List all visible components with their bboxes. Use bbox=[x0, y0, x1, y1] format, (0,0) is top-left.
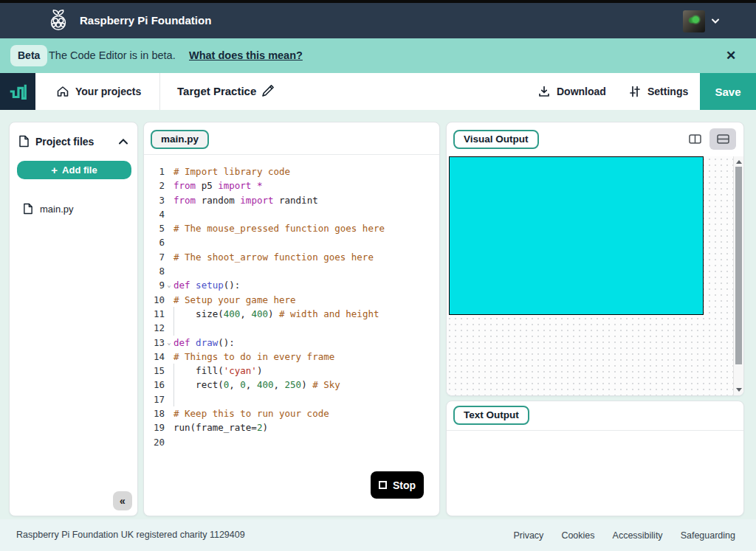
code-line[interactable]: 16 rect(0, 0, 400, 250) # Sky bbox=[144, 378, 439, 392]
brand-title: Raspberry Pi Foundation bbox=[80, 3, 211, 38]
scroll-up-icon[interactable] bbox=[736, 160, 742, 164]
file-item-main-py[interactable]: main.py bbox=[10, 200, 137, 218]
layout-toggle-group bbox=[681, 128, 736, 150]
code-line[interactable]: 12 bbox=[144, 321, 439, 335]
code-text: # Import library code bbox=[173, 164, 439, 179]
user-avatar[interactable] bbox=[683, 10, 705, 32]
code-editor-logo[interactable] bbox=[0, 73, 35, 110]
footer-link-cookies[interactable]: Cookies bbox=[561, 530, 594, 541]
stop-button[interactable]: Stop bbox=[371, 471, 424, 499]
fold-gutter bbox=[165, 179, 173, 193]
beta-banner: Beta The Code Editor is in beta. What do… bbox=[0, 38, 756, 73]
scrollbar-thumb[interactable] bbox=[735, 167, 742, 364]
code-line[interactable]: 1# Import library code bbox=[144, 164, 439, 179]
code-area[interactable]: 1# Import library code2from p5 import *3… bbox=[144, 155, 439, 449]
code-text: # The mouse_pressed function goes here bbox=[173, 221, 439, 235]
tab-text-output[interactable]: Text Output bbox=[453, 406, 529, 425]
code-text: from random import randint bbox=[173, 193, 439, 207]
line-number: 4 bbox=[144, 207, 165, 221]
text-output-panel: Text Output bbox=[446, 401, 744, 516]
code-text: from p5 import * bbox=[173, 179, 439, 193]
project-files-label: Project files bbox=[35, 136, 112, 148]
code-line[interactable]: 10# Setup your game here bbox=[144, 293, 439, 307]
visual-output-scrollbar[interactable] bbox=[733, 156, 743, 395]
fold-gutter bbox=[165, 406, 173, 420]
code-text: # Things to do in every frame bbox=[173, 350, 439, 364]
add-file-button[interactable]: + Add file bbox=[17, 161, 131, 179]
add-file-label: Add file bbox=[62, 164, 97, 176]
footer-link-safeguarding[interactable]: Safeguarding bbox=[681, 530, 735, 541]
fold-gutter bbox=[165, 264, 173, 278]
fold-gutter bbox=[165, 378, 173, 392]
footer-link-accessibility[interactable]: Accessibility bbox=[613, 530, 663, 541]
code-text bbox=[173, 235, 439, 249]
split-rows-toggle[interactable] bbox=[709, 128, 736, 150]
collapse-sidebar-button[interactable]: « bbox=[113, 491, 132, 510]
fold-gutter bbox=[165, 307, 173, 321]
line-number: 14 bbox=[144, 350, 165, 364]
your-projects-button[interactable]: Your projects bbox=[56, 73, 141, 110]
code-line[interactable]: 9⌄def setup(): bbox=[144, 278, 439, 292]
line-number: 19 bbox=[144, 420, 165, 434]
beta-info-link[interactable]: What does this mean? bbox=[189, 38, 303, 73]
code-line[interactable]: 3from random import randint bbox=[144, 193, 439, 207]
code-line[interactable]: 17 bbox=[144, 392, 439, 406]
fold-gutter bbox=[165, 321, 173, 335]
line-number: 15 bbox=[144, 364, 165, 378]
account-chevron-down-icon[interactable] bbox=[710, 14, 721, 27]
line-number: 7 bbox=[144, 250, 165, 264]
scroll-down-icon[interactable] bbox=[736, 388, 742, 392]
settings-label: Settings bbox=[647, 86, 688, 97]
code-line[interactable]: 18# Keep this to run your code bbox=[144, 406, 439, 420]
code-line[interactable]: 7# The shoot_arrow function goes here bbox=[144, 250, 439, 264]
fold-chevron-icon[interactable]: ⌄ bbox=[165, 336, 173, 350]
raspberry-pi-logo-icon bbox=[46, 8, 71, 33]
code-line[interactable]: 5# The mouse_pressed function goes here bbox=[144, 221, 439, 235]
code-text: # The shoot_arrow function goes here bbox=[173, 250, 439, 264]
download-button[interactable]: Download bbox=[537, 73, 606, 110]
code-line[interactable]: 20 bbox=[144, 435, 439, 449]
code-line[interactable]: 19run(frame_rate=2) bbox=[144, 420, 439, 434]
code-line[interactable]: 15 fill('cyan') bbox=[144, 364, 439, 378]
line-number: 16 bbox=[144, 378, 165, 392]
tab-main-py[interactable]: main.py bbox=[151, 130, 209, 149]
fold-gutter bbox=[165, 435, 173, 449]
code-line[interactable]: 4 bbox=[144, 207, 439, 221]
close-icon[interactable]: ✕ bbox=[723, 48, 739, 64]
fold-gutter bbox=[165, 364, 173, 378]
download-icon bbox=[537, 85, 551, 98]
line-number: 20 bbox=[144, 435, 165, 449]
code-line[interactable]: 8 bbox=[144, 264, 439, 278]
tab-visual-output[interactable]: Visual Output bbox=[453, 130, 539, 149]
settings-button[interactable]: Settings bbox=[628, 73, 688, 110]
editor-tabbar: main.py bbox=[144, 122, 439, 155]
download-label: Download bbox=[557, 86, 606, 97]
p5-canvas bbox=[449, 156, 704, 315]
fold-chevron-icon[interactable]: ⌄ bbox=[165, 278, 173, 292]
split-columns-toggle[interactable] bbox=[681, 128, 708, 150]
chevron-up-icon[interactable] bbox=[118, 138, 128, 145]
fold-gutter bbox=[165, 235, 173, 249]
fold-gutter bbox=[165, 293, 173, 307]
save-button[interactable]: Save bbox=[700, 73, 756, 110]
code-line[interactable]: 13⌄def draw(): bbox=[144, 336, 439, 350]
code-line[interactable]: 2from p5 import * bbox=[144, 179, 439, 193]
code-text: fill('cyan') bbox=[173, 364, 439, 378]
footer-link-privacy[interactable]: Privacy bbox=[513, 530, 543, 541]
code-editor-panel: main.py 1# Import library code2from p5 i… bbox=[143, 122, 440, 516]
file-icon bbox=[23, 203, 33, 215]
line-number: 12 bbox=[144, 321, 165, 335]
code-line[interactable]: 11 size(400, 400) # width and height bbox=[144, 307, 439, 321]
file-icon bbox=[18, 135, 30, 148]
line-number: 2 bbox=[144, 179, 165, 193]
fold-gutter bbox=[165, 250, 173, 264]
project-files-header[interactable]: Project files bbox=[10, 122, 137, 155]
fold-gutter bbox=[165, 420, 173, 434]
project-files-panel: Project files + Add file main.py « bbox=[9, 122, 138, 516]
code-line[interactable]: 14# Things to do in every frame bbox=[144, 350, 439, 364]
code-text: run(frame_rate=2) bbox=[173, 420, 439, 434]
line-number: 5 bbox=[144, 221, 165, 235]
code-line[interactable]: 6 bbox=[144, 235, 439, 249]
edit-title-pencil-icon[interactable] bbox=[260, 83, 278, 100]
toolbar-divider bbox=[159, 73, 160, 110]
